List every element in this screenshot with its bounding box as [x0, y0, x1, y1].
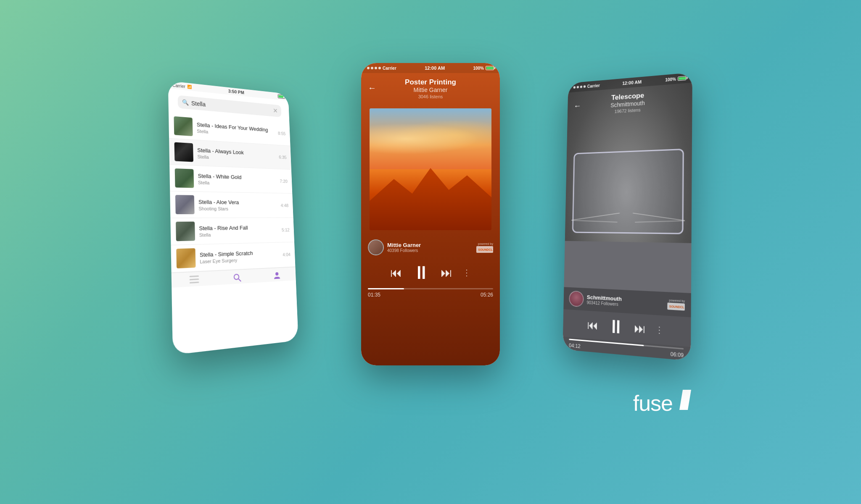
right-forward-btn[interactable]: ⏭ [634, 321, 646, 336]
track-info-5: Stella - Rise And Fall Stella [199, 224, 278, 238]
track-list: Stella - Ideas For Your Wedding Stella 8… [169, 113, 295, 273]
center-battery-pct: 100% [473, 66, 484, 71]
svg-point-3 [234, 274, 239, 280]
center-more-btn[interactable]: ⋮ [462, 268, 471, 278]
track-item-3[interactable]: Stella - White Gold Stella 7:20 [169, 165, 292, 194]
center-time: 12:00 AM [425, 66, 445, 71]
track-artist-4: Shooting Stars [198, 206, 277, 211]
right-rewind-btn[interactable]: ⏮ [587, 318, 598, 332]
svg-text:SOUNDCLOUD: SOUNDCLOUD [478, 248, 493, 251]
right-progress-times: 04:12 06:09 [569, 342, 684, 358]
right-art-spacer [564, 112, 692, 293]
track-info-1: Stella - Ideas For Your Wedding Stella [197, 121, 275, 139]
track-duration-6: 4:04 [283, 252, 291, 257]
center-track-title: Poster Printing [405, 78, 456, 87]
center-artist-row: Mittie Garner 40398 Followers powered by… [361, 236, 500, 259]
track-info-2: Stella - Always Look Stella [197, 147, 275, 163]
track-duration-5: 5:12 [282, 227, 290, 232]
center-track-listens: 3046 listens [405, 94, 456, 99]
track-info-3: Stella - White Gold Stella [198, 173, 276, 187]
center-album-art-wrapper [361, 102, 500, 236]
center-current-time: 01:35 [368, 292, 380, 298]
center-soundcloud-badge: powered by SOUNDCLOUD [476, 242, 493, 253]
track-artist-5: Stella [199, 231, 278, 237]
center-album-art [370, 108, 491, 230]
track-info-4: Stella - Aloe Vera Shooting Stars [198, 199, 277, 211]
phone-center: Carrier 12:00 AM 100% ← Poster Printing … [361, 63, 500, 365]
center-back-btn[interactable]: ← [368, 83, 376, 93]
right-artist-avatar [569, 291, 584, 307]
track-item-5[interactable]: Stella - Rise And Fall Stella 5:12 [170, 218, 294, 246]
right-player-header: Telescope Schmittmouth 19672 listens [602, 87, 653, 116]
track-thumb-4 [175, 195, 195, 214]
right-back-btn[interactable]: ← [573, 101, 581, 110]
center-artist-followers: 40398 Followers [387, 248, 421, 253]
nav-list-icon[interactable] [190, 276, 199, 285]
right-time: 12:00 AM [622, 79, 642, 86]
track-duration-1: 8:55 [278, 131, 286, 136]
left-status-time: 3:50 PM [228, 89, 244, 95]
right-current-time: 04:12 [569, 342, 581, 349]
svg-text:SOUNDCLOUD: SOUNDCLOUD [669, 304, 684, 309]
search-icon: 🔍 [182, 99, 189, 106]
fuse-logo-text: fuse [633, 391, 673, 416]
svg-rect-0 [190, 276, 199, 277]
right-powered-by: powered by [669, 299, 685, 302]
left-wifi-icon: 📶 [187, 84, 192, 89]
search-bar[interactable]: 🔍 Stella ✕ [178, 95, 282, 117]
nav-profile-icon[interactable] [273, 271, 280, 280]
left-carrier-label: Carrier [172, 83, 185, 89]
right-more-btn[interactable]: ⋮ [655, 324, 664, 336]
center-artist-details: Mittie Garner 40398 Followers [387, 242, 421, 253]
center-track-artist: Mittie Garner [405, 87, 456, 93]
nav-search-icon[interactable] [233, 273, 242, 282]
center-total-time: 05:26 [481, 292, 493, 298]
track-thumb-6 [176, 248, 195, 268]
center-sc-logo: SOUNDCLOUD [476, 246, 493, 253]
center-progress-fill [368, 288, 404, 289]
right-sc-logo: SOUNDCLOUD [667, 302, 685, 310]
phone-left: Carrier 📶 3:50 PM 🔍 Stella ✕ Stella - Id… [168, 81, 298, 355]
svg-marker-8 [679, 390, 691, 410]
center-forward-btn[interactable]: ⏭ [441, 266, 452, 280]
center-status-bar: Carrier 12:00 AM 100% [361, 63, 500, 73]
track-duration-4: 4:48 [281, 203, 289, 208]
track-duration-3: 7:20 [280, 178, 288, 184]
center-header: ← Poster Printing Mittie Garner 3046 lis… [361, 73, 500, 102]
track-duration-2: 6:35 [279, 155, 287, 160]
center-player-bg: Carrier 12:00 AM 100% ← Poster Printing … [361, 63, 500, 365]
svg-line-4 [238, 279, 241, 281]
center-player-controls: ⏮ ⏸ ⏭ ⋮ [361, 259, 500, 286]
search-close-btn[interactable]: ✕ [273, 107, 278, 115]
center-carrier: Carrier [383, 66, 396, 71]
right-artist-info: Schmittmouth 903412 Followers [569, 291, 622, 310]
track-thumb-1 [174, 116, 193, 136]
fuse-logo: fuse [633, 390, 691, 416]
center-playpause-btn[interactable]: ⏸ [412, 262, 430, 283]
svg-point-5 [275, 272, 278, 276]
center-player-header: Poster Printing Mittie Garner 3046 liste… [396, 75, 465, 101]
track-thumb-5 [176, 222, 195, 242]
center-artist-avatar [368, 239, 384, 255]
track-title-4: Stella - Aloe Vera [198, 199, 277, 206]
track-info-6: Stella - Simple Scratch Laser Eye Surger… [200, 249, 279, 264]
right-total-time: 06:09 [671, 351, 684, 359]
center-powered-by: powered by [478, 242, 493, 245]
fuse-slash-icon [676, 390, 691, 412]
track-thumb-3 [175, 168, 194, 188]
right-soundcloud-badge: powered by SOUNDCLOUD [667, 298, 685, 310]
svg-rect-2 [190, 281, 199, 283]
right-battery-pct: 100% [665, 76, 676, 82]
search-input-value[interactable]: Stella [191, 100, 271, 113]
center-artist-info: Mittie Garner 40398 Followers [368, 239, 421, 255]
center-progress-times: 01:35 05:26 [368, 292, 493, 298]
center-progress-wrapper: 01:35 05:26 [361, 286, 500, 299]
right-playpause-btn[interactable]: ⏸ [607, 315, 625, 338]
track-item-4[interactable]: Stella - Aloe Vera Shooting Stars 4:48 [170, 192, 293, 218]
phone-right: Carrier 12:00 AM 100% ← Telescope Schmit… [563, 73, 692, 361]
center-progress-bar[interactable] [368, 288, 493, 289]
center-rewind-btn[interactable]: ⏮ [390, 266, 402, 280]
svg-rect-1 [190, 278, 199, 280]
right-carrier: Carrier [587, 83, 600, 89]
center-artist-name: Mittie Garner [387, 242, 421, 248]
